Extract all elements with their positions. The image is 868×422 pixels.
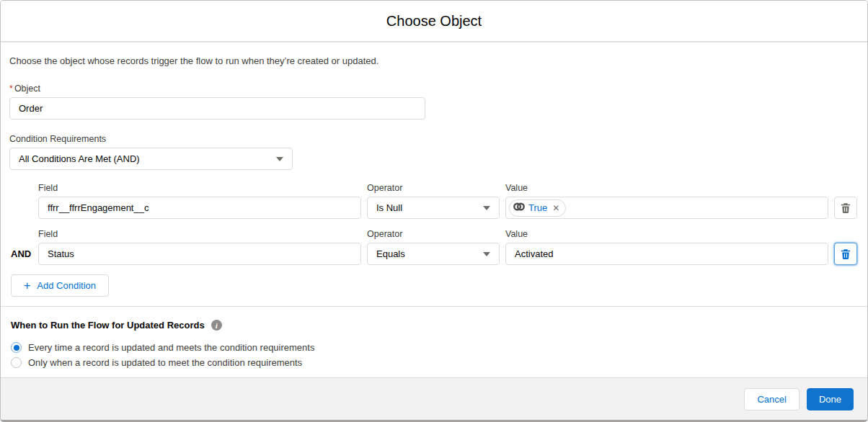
condition-2-delete-button[interactable] (834, 243, 857, 265)
operator-column-label: Operator (367, 229, 500, 239)
condition-requirements-select[interactable]: All Conditions Are Met (AND) (9, 148, 293, 170)
choose-object-dialog: Choose Object Choose the object whose re… (0, 0, 868, 422)
condition-2-operator-select[interactable]: Equals (367, 243, 500, 265)
condition-row-1: Field Operator Is Null Value (38, 183, 859, 219)
condition-1-operator-select[interactable]: Is Null (367, 197, 500, 219)
condition-1-operator-cell: Operator Is Null (367, 183, 500, 219)
logic-and-label: AND (11, 248, 31, 259)
chevron-down-icon (276, 157, 283, 161)
required-asterisk: * (9, 84, 13, 94)
condition-requirements-value: All Conditions Are Met (AND) (19, 153, 140, 164)
field-column-label: Field (38, 229, 361, 239)
when-to-run-heading: When to Run the Flow for Updated Records… (11, 320, 859, 331)
dialog-description: Choose the object whose records trigger … (9, 55, 859, 66)
pill-remove-icon[interactable]: ✕ (551, 204, 559, 212)
when-to-run-options: Every time a record is updated and meets… (11, 340, 859, 370)
boolean-type-icon (513, 201, 525, 215)
radio-option-label: Only when a record is updated to meet th… (28, 357, 302, 368)
condition-requirements-group: Condition Requirements All Conditions Ar… (9, 134, 859, 170)
condition-1-field-cell: Field (38, 183, 361, 219)
condition-1-value-input[interactable]: True ✕ (505, 197, 828, 219)
field-column-label: Field (38, 183, 361, 193)
dialog-footer: Cancel Done (1, 377, 867, 420)
condition-1-delete-cell (834, 197, 857, 219)
done-button[interactable]: Done (807, 388, 854, 410)
cancel-button[interactable]: Cancel (744, 388, 799, 410)
condition-2-operator-cell: Operator Equals (367, 229, 500, 265)
section-divider (1, 306, 867, 307)
condition-2-delete-cell (834, 243, 857, 265)
dialog-title: Choose Object (386, 13, 482, 30)
condition-2-value-cell: Value (505, 229, 828, 265)
condition-1-field-input[interactable] (38, 197, 361, 219)
trash-icon (840, 248, 851, 260)
chevron-down-icon (483, 206, 490, 210)
object-label-text: Object (14, 84, 40, 94)
add-condition-button[interactable]: + Add Condition (11, 274, 109, 297)
condition-2-field-cell: Field (38, 229, 361, 265)
value-column-label: Value (505, 183, 828, 193)
condition-2-operator-value: Equals (376, 248, 405, 259)
chevron-down-icon (483, 252, 490, 256)
when-to-run-heading-text: When to Run the Flow for Updated Records (11, 320, 205, 331)
dialog-header: Choose Object (1, 1, 867, 42)
plus-icon: + (24, 280, 30, 292)
value-pill[interactable]: True ✕ (509, 199, 566, 217)
radio-selected-icon[interactable] (11, 342, 22, 353)
object-input[interactable] (9, 97, 425, 120)
condition-requirements-label: Condition Requirements (9, 134, 859, 144)
condition-rows: Field Operator Is Null Value (9, 183, 859, 265)
object-field-group: *Object (9, 84, 859, 120)
condition-2-field-input[interactable] (38, 243, 361, 265)
operator-column-label: Operator (367, 183, 500, 193)
radio-option-label: Every time a record is updated and meets… (28, 342, 314, 353)
condition-row-2: AND Field Operator Equals Value (38, 229, 859, 265)
condition-1-operator-value: Is Null (376, 202, 402, 213)
radio-unselected-icon[interactable] (11, 357, 22, 368)
trash-icon (840, 202, 851, 214)
radio-option-only-when[interactable]: Only when a record is updated to meet th… (11, 355, 859, 370)
condition-2-value-input[interactable] (505, 243, 828, 265)
pill-value-text: True (528, 202, 547, 213)
radio-option-every-time[interactable]: Every time a record is updated and meets… (11, 340, 859, 355)
add-condition-label: Add Condition (37, 280, 96, 291)
condition-1-delete-button[interactable] (834, 197, 857, 219)
object-field-label: *Object (9, 84, 859, 94)
info-icon[interactable]: i (211, 320, 222, 331)
condition-1-value-cell: Value True ✕ (505, 183, 828, 219)
dialog-body: Choose the object whose records trigger … (1, 42, 867, 377)
value-column-label: Value (505, 229, 828, 239)
